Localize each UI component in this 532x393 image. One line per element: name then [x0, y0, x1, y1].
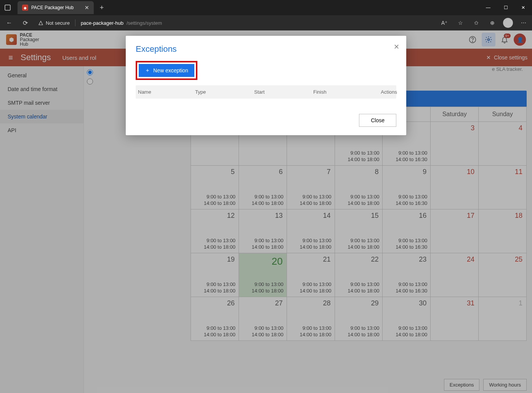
col-finish: Finish [313, 89, 372, 95]
favicon-icon: ◆ [22, 5, 28, 11]
modal-close-icon[interactable]: ✕ [394, 43, 399, 51]
col-name: Name [138, 89, 195, 95]
highlight-box: ＋ New exception [136, 61, 197, 80]
browser-tab[interactable]: ◆ PACE Packager Hub ✕ [18, 1, 94, 14]
modal-title: Exceptions [136, 44, 396, 54]
tab-actions-icon[interactable] [0, 5, 15, 11]
col-start: Start [254, 89, 313, 95]
col-type: Type [195, 89, 254, 95]
col-actions: Actions [372, 89, 397, 95]
url-path: /settings/system [127, 20, 162, 26]
new-tab-button[interactable]: + [96, 4, 107, 12]
browser-chrome: ◆ PACE Packager Hub ✕ + — ☐ ✕ ← ⟳ Not se… [0, 0, 532, 30]
address-bar[interactable]: Not secure pace-packager-hub/settings/sy… [35, 17, 165, 29]
tab-close-icon[interactable]: ✕ [85, 5, 89, 11]
favorites-bar-icon[interactable]: ✩ [471, 18, 482, 28]
svg-rect-0 [5, 5, 10, 10]
window-minimize-button[interactable]: — [479, 0, 497, 15]
url-host: pace-packager-hub [81, 20, 123, 26]
tab-title: PACE Packager Hub [31, 5, 74, 10]
plus-icon: ＋ [145, 67, 150, 74]
browser-menu-icon[interactable]: ⋯ [518, 18, 529, 28]
favorite-icon[interactable]: ☆ [455, 18, 466, 28]
profile-avatar[interactable] [503, 18, 513, 28]
nav-back-button[interactable]: ← [3, 17, 15, 29]
exceptions-modal: Exceptions ✕ ＋ New exception Name Type S… [126, 36, 406, 135]
window-maximize-button[interactable]: ☐ [497, 0, 514, 15]
table-header: Name Type Start Finish Actions [136, 85, 396, 99]
collections-icon[interactable]: ⊕ [487, 18, 498, 28]
app-viewport: ⬢ PACE Packager Hub 9+ 👤 ≡ Settings User… [0, 30, 532, 393]
modal-overlay[interactable]: Exceptions ✕ ＋ New exception Name Type S… [0, 30, 532, 393]
modal-close-button[interactable]: Close [359, 114, 396, 127]
read-aloud-icon[interactable]: A⁺ [439, 18, 450, 28]
new-exception-button[interactable]: ＋ New exception [139, 64, 194, 77]
not-secure-indicator: Not secure [38, 20, 70, 26]
window-close-button[interactable]: ✕ [514, 0, 532, 15]
nav-refresh-button[interactable]: ⟳ [19, 17, 31, 29]
